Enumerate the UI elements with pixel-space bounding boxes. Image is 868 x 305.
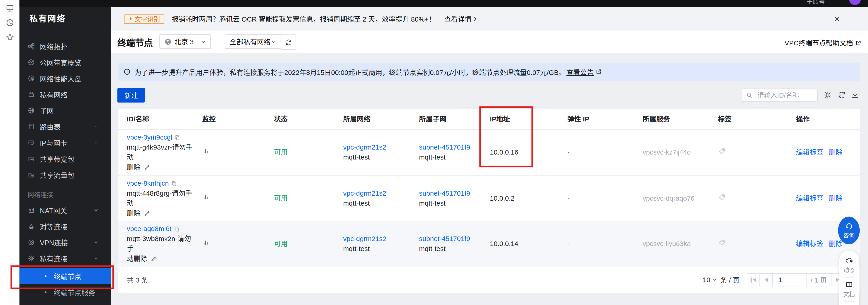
vpc-filter-select[interactable]: 全部私有网络: [225, 34, 281, 49]
edit-icon[interactable]: [144, 210, 150, 216]
region-select[interactable]: 北京 3: [159, 34, 211, 49]
endpoint-id-link[interactable]: vpce-3ym9ccgl: [127, 132, 172, 142]
refresh-icon[interactable]: [838, 91, 846, 99]
endpoint-id-cell: vpce-8knfhjcnmqtt-448r8grg-请勿手动删除: [118, 178, 193, 218]
rail-star-icon[interactable]: [5, 33, 14, 41]
help-doc-label: VPC终端节点帮助文档: [784, 38, 853, 48]
endpoint-name-line: 动删除: [127, 254, 193, 264]
close-icon[interactable]: [834, 16, 840, 22]
sidebar-item-私有网络[interactable]: 私有网络: [19, 86, 111, 103]
announcement-link[interactable]: 查看公告: [566, 67, 594, 77]
sidebar-item-对等连接[interactable]: 对等连接: [19, 218, 111, 234]
subnet-link[interactable]: subnet-451701f9: [419, 190, 470, 197]
subnet-name: mqtt-test: [419, 244, 481, 254]
page-input[interactable]: [772, 273, 807, 287]
gear-icon[interactable]: [824, 91, 832, 99]
page-total-label: / 1 页: [806, 273, 832, 287]
tag-cell: [709, 147, 787, 158]
endpoint-id-cell: vpce-3ym9ccglmqtt-g4k93vzr-请勿手动删除: [118, 132, 193, 172]
vpc-link[interactable]: vpc-dgrm21s2: [343, 190, 386, 197]
column-header: 所属网络: [335, 114, 410, 124]
sidebar-item-子网[interactable]: 子网: [19, 103, 111, 119]
sidebar-item-路由表[interactable]: 路由表: [19, 118, 111, 135]
search-box[interactable]: [742, 89, 817, 102]
page-size-select[interactable]: 10: [703, 276, 717, 284]
create-button[interactable]: 新建: [118, 88, 145, 102]
sidebar-item-label: NAT网关: [40, 205, 67, 215]
promo-tag: 文字识别: [124, 14, 164, 24]
sidebar-item-终端节点[interactable]: 终端节点: [19, 268, 111, 284]
sidebar-item-共享流量包[interactable]: 共享流量包: [19, 167, 111, 183]
page-size-unit: 条 / 页: [720, 275, 740, 285]
action-编辑标签[interactable]: 编辑标签: [796, 194, 823, 202]
monitor-chart-icon[interactable]: [202, 193, 209, 201]
monitor-chart-icon[interactable]: [202, 147, 209, 155]
info-icon: [123, 68, 131, 75]
action-删除[interactable]: 删除: [829, 194, 842, 202]
sidebar-item-NAT网关[interactable]: NAT网关: [19, 202, 111, 218]
consult-widget[interactable]: 咨询: [838, 217, 860, 244]
tag-cell: [709, 239, 787, 249]
account-label[interactable]: 子账号: [807, 0, 825, 5]
sidebar-item-label: 公网带宽概览: [40, 57, 82, 67]
route-icon: [28, 123, 35, 130]
status-badge: 可用: [274, 194, 287, 202]
chevron-up-icon: [94, 256, 99, 261]
sidebar-item-私有连接[interactable]: 私有连接: [19, 250, 111, 267]
float-pill: 动态 文档: [839, 250, 859, 305]
sidebar-item-网络性能大盘[interactable]: 网络性能大盘: [19, 71, 111, 86]
table-header-row: ID/名称监控状态所属网络所属子网IP地址弹性 IP所属服务标签操作: [118, 109, 860, 130]
region-globe-icon: [164, 38, 172, 45]
help-doc-link[interactable]: VPC终端节点帮助文档: [784, 38, 861, 48]
monitor-chart-icon[interactable]: [202, 239, 209, 246]
droplet-icon: [128, 16, 133, 22]
sidebar-item-label: 终端节点服务: [54, 287, 95, 298]
action-删除[interactable]: 删除: [829, 240, 842, 248]
subnet-name: mqtt-test: [419, 198, 481, 208]
table-row: vpce-8knfhjcnmqtt-448r8grg-请勿手动删除可用vpc-d…: [118, 176, 860, 222]
sidebar-item-公网带宽概览[interactable]: 公网带宽概览: [19, 54, 111, 71]
action-编辑标签[interactable]: 编辑标签: [796, 148, 823, 156]
headset-icon: [845, 222, 853, 230]
endpoint-name-text: 删除: [127, 162, 141, 172]
edit-icon[interactable]: [144, 164, 150, 170]
chevron-down-icon: [201, 39, 206, 44]
promo-details-link[interactable]: 查看详情: [444, 14, 477, 24]
endpoint-id-link[interactable]: vpce-8knfhjcn: [127, 178, 169, 188]
first-page-button[interactable]: [747, 273, 760, 287]
subnet-link[interactable]: subnet-451701f9: [419, 235, 470, 243]
page-size-value: 10: [703, 276, 710, 284]
sidebar-item-IP与网卡[interactable]: IP与网卡: [19, 135, 111, 151]
eip-cell: -: [558, 147, 634, 157]
monitor-cell: [193, 147, 265, 157]
sidebar-item-共享带宽包[interactable]: 共享带宽包: [19, 151, 111, 167]
peer-icon: [28, 223, 35, 230]
rail-console-icon[interactable]: [5, 4, 14, 13]
download-icon[interactable]: [851, 91, 859, 99]
docs-icon[interactable]: [845, 281, 853, 289]
tag-cell: [709, 193, 787, 203]
lock-icon: [28, 91, 35, 98]
status-cell: 可用: [265, 147, 334, 157]
subnet-name: mqtt-test: [419, 152, 481, 162]
rail-clock-icon[interactable]: [5, 18, 14, 27]
search-input[interactable]: [756, 91, 813, 100]
sidebar-item-VPN连接[interactable]: VPN连接: [19, 234, 111, 251]
subnet-link[interactable]: subnet-451701f9: [419, 143, 470, 151]
avatar[interactable]: [849, 0, 861, 5]
edit-icon[interactable]: [151, 256, 157, 262]
feed-icon[interactable]: [845, 256, 853, 264]
promo-banner: 文字识别 报销耗时两周？腾讯云 OCR 智能提取发票信息，报销周期缩至 2 天，…: [111, 7, 868, 31]
sidebar: 私有网络 网络拓扑公网带宽概览网络性能大盘私有网络子网路由表IP与网卡共享带宽包…: [19, 0, 111, 305]
topology-icon: [28, 43, 35, 50]
filter-refresh-button[interactable]: [281, 34, 296, 50]
action-删除[interactable]: 删除: [829, 148, 842, 156]
sidebar-item-终端节点服务[interactable]: 终端节点服务: [19, 284, 111, 300]
vpc-link[interactable]: vpc-dgrm21s2: [343, 235, 386, 243]
sidebar-item-网络拓扑[interactable]: 网络拓扑: [19, 38, 111, 54]
action-编辑标签[interactable]: 编辑标签: [796, 240, 823, 248]
prev-page-button[interactable]: [760, 273, 773, 287]
vpc-link[interactable]: vpc-dgrm21s2: [343, 143, 386, 151]
endpoint-id-link[interactable]: vpce-agd8mi6t: [127, 224, 172, 234]
globe-icon: [28, 107, 35, 114]
